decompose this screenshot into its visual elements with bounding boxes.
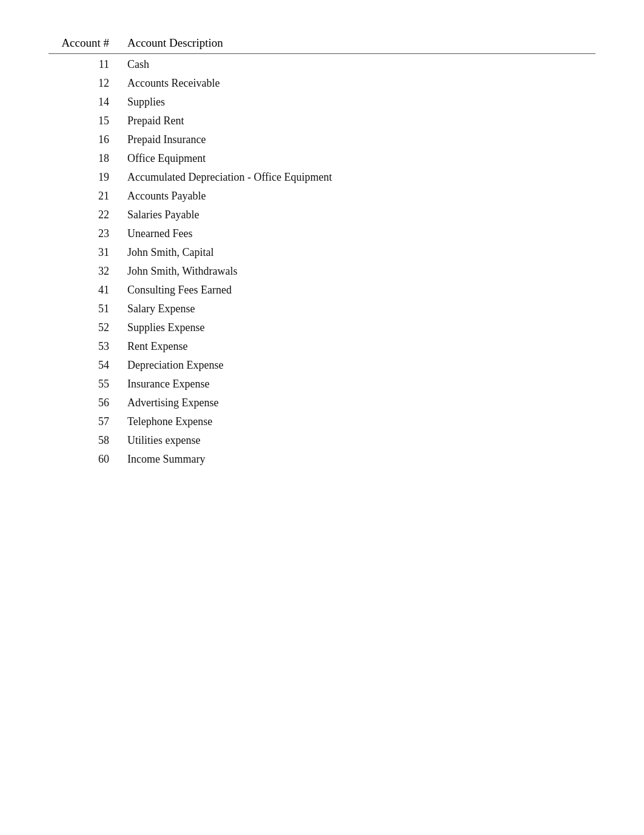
account-description: Office Equipment [121,152,595,165]
account-number: 55 [49,378,121,391]
account-number: 58 [49,434,121,447]
account-description: Telephone Expense [121,415,595,428]
account-description: John Smith, Capital [121,246,595,259]
account-number: 32 [49,265,121,278]
account-description: Income Summary [121,453,595,466]
table-row: 21Accounts Payable [49,187,595,206]
table-row: 56Advertising Expense [49,394,595,412]
account-description: Advertising Expense [121,397,595,409]
table-row: 57Telephone Expense [49,412,595,431]
account-description: Depreciation Expense [121,359,595,372]
account-description: Insurance Expense [121,378,595,391]
account-description: Accounts Receivable [121,77,595,90]
account-number: 12 [49,77,121,90]
page-container: Account # Account Description 11Cash12Ac… [0,0,644,505]
table-row: 18Office Equipment [49,149,595,168]
table-header: Account # Account Description [49,36,595,54]
table-row: 19Accumulated Depreciation - Office Equi… [49,168,595,187]
account-number: 15 [49,115,121,127]
account-number: 53 [49,340,121,353]
account-number: 41 [49,284,121,297]
account-description: Accounts Payable [121,190,595,203]
account-description: Prepaid Insurance [121,133,595,146]
table-row: 51Salary Expense [49,300,595,318]
account-description: Supplies Expense [121,321,595,334]
table-row: 55Insurance Expense [49,375,595,394]
account-number: 56 [49,397,121,409]
table-row: 54Depreciation Expense [49,356,595,375]
table-row: 16Prepaid Insurance [49,130,595,149]
table-body: 11Cash12Accounts Receivable14Supplies15P… [49,55,595,469]
header-account-description: Account Description [121,36,595,50]
table-row: 53Rent Expense [49,337,595,356]
account-description: Rent Expense [121,340,595,353]
table-row: 60Income Summary [49,450,595,469]
table-row: 58Utilities expense [49,431,595,450]
table-row: 12Accounts Receivable [49,74,595,93]
table-row: 23Unearned Fees [49,224,595,243]
table-row: 11Cash [49,55,595,74]
account-number: 11 [49,58,121,71]
account-description: Utilities expense [121,434,595,447]
account-description: Unearned Fees [121,227,595,240]
account-number: 14 [49,96,121,109]
table-row: 14Supplies [49,93,595,112]
table-row: 15Prepaid Rent [49,112,595,130]
account-description: Accumulated Depreciation - Office Equipm… [121,171,595,184]
account-description: Consulting Fees Earned [121,284,595,297]
account-number: 19 [49,171,121,184]
account-number: 18 [49,152,121,165]
account-number: 54 [49,359,121,372]
account-description: Cash [121,58,595,71]
table-row: 31John Smith, Capital [49,243,595,262]
table-row: 32John Smith, Withdrawals [49,262,595,281]
table-row: 22Salaries Payable [49,206,595,224]
account-number: 51 [49,303,121,315]
account-number: 52 [49,321,121,334]
account-number: 22 [49,209,121,221]
account-description: Supplies [121,96,595,109]
account-number: 31 [49,246,121,259]
account-number: 23 [49,227,121,240]
table-row: 41Consulting Fees Earned [49,281,595,300]
table-row: 52Supplies Expense [49,318,595,337]
account-description: Salaries Payable [121,209,595,221]
account-number: 21 [49,190,121,203]
header-account-number: Account # [49,36,121,50]
account-number: 57 [49,415,121,428]
account-description: John Smith, Withdrawals [121,265,595,278]
account-number: 16 [49,133,121,146]
account-description: Prepaid Rent [121,115,595,127]
account-description: Salary Expense [121,303,595,315]
account-number: 60 [49,453,121,466]
